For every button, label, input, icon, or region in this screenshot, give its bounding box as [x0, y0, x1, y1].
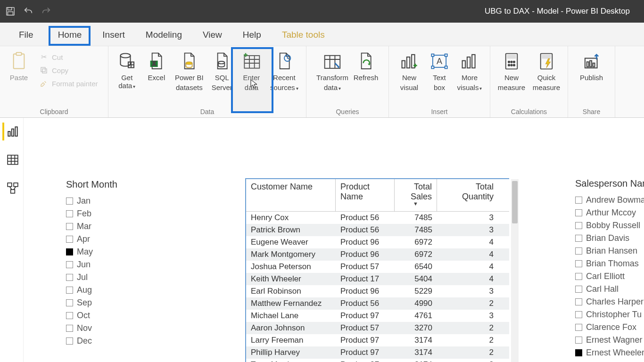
table-row[interactable]: Phillip HarveyProduct 9731742: [246, 346, 509, 359]
slicer-item[interactable]: Brian Thomas: [575, 257, 644, 270]
pbi-datasets-button[interactable]: Power BI datasets: [172, 49, 206, 94]
tab-home[interactable]: Home: [48, 25, 92, 46]
table-row[interactable]: Terry MorrisProduct 9731742: [246, 359, 509, 362]
column-header[interactable]: Customer Name: [246, 179, 336, 211]
checkbox-icon[interactable]: [575, 222, 582, 229]
checkbox-icon[interactable]: [66, 261, 73, 268]
slicer-item[interactable]: Arthur Mccoy: [575, 206, 644, 219]
salesperson-slicer[interactable]: Salesperson Nam Andrew BowmaArthur Mccoy…: [575, 178, 644, 362]
sql-server-button[interactable]: SQL Server: [208, 49, 236, 94]
table-row[interactable]: Larry FreemanProduct 9731742: [246, 334, 509, 346]
slicer-item[interactable]: Dec: [66, 335, 151, 347]
checkbox-icon[interactable]: [66, 197, 73, 205]
checkbox-icon[interactable]: [575, 235, 582, 242]
copy-button[interactable]: Copy: [38, 64, 99, 76]
slicer-item[interactable]: Jan: [66, 195, 151, 207]
transform-data-button[interactable]: Transform data▾: [315, 49, 350, 94]
recent-sources-button[interactable]: Recent sources▾: [267, 49, 301, 94]
file-tab[interactable]: File: [5, 25, 48, 46]
slicer-item[interactable]: Jun: [66, 258, 151, 271]
slicer-item[interactable]: Brian Davis: [575, 232, 644, 245]
slicer-item[interactable]: Apr: [66, 233, 151, 246]
table-row[interactable]: Earl RobinsonProduct 9652293: [246, 285, 509, 297]
data-view-button[interactable]: [2, 151, 21, 169]
slicer-item[interactable]: Sep: [66, 296, 151, 309]
tab-modeling[interactable]: Modeling: [135, 25, 192, 46]
new-measure-button[interactable]: New measure: [495, 49, 528, 94]
slicer-item[interactable]: May: [66, 246, 151, 258]
checkbox-icon[interactable]: [575, 311, 582, 318]
table-scrollbar[interactable]: [511, 179, 519, 362]
text-box-button[interactable]: A Text box: [425, 49, 454, 94]
slicer-item[interactable]: Eugene Holme: [575, 359, 644, 362]
checkbox-icon[interactable]: [575, 324, 582, 331]
table-row[interactable]: Henry CoxProduct 5674853: [246, 212, 509, 224]
checkbox-icon[interactable]: [575, 260, 582, 267]
report-view-button[interactable]: [2, 123, 21, 140]
slicer-item[interactable]: Nov: [66, 322, 151, 335]
checkbox-icon[interactable]: [575, 337, 582, 344]
slicer-item[interactable]: Charles Harper: [575, 296, 644, 308]
short-month-slicer[interactable]: Short Month JanFebMarAprMayJunJulAugSepO…: [66, 179, 151, 347]
quick-measure-button[interactable]: Quick measure: [530, 49, 563, 94]
slicer-item[interactable]: Feb: [66, 207, 151, 220]
slicer-item[interactable]: Ernest Wagner: [575, 334, 644, 346]
checkbox-icon[interactable]: [66, 236, 73, 243]
cut-button[interactable]: ✂ Cut: [38, 51, 99, 63]
checkbox-icon[interactable]: [66, 210, 73, 217]
table-row[interactable]: Matthew FernandezProduct 5649902: [246, 297, 509, 310]
column-header[interactable]: Total Sales▼: [395, 179, 437, 211]
checkbox-icon[interactable]: [575, 286, 582, 293]
checkbox-icon[interactable]: [66, 287, 73, 294]
tab-table-tools[interactable]: Table tools: [272, 25, 335, 46]
table-row[interactable]: Mark MontgomeryProduct 9669724: [246, 248, 509, 261]
checkbox-icon[interactable]: [575, 298, 582, 305]
save-icon[interactable]: [5, 6, 16, 17]
format-painter-button[interactable]: Format painter: [38, 77, 99, 90]
tab-view[interactable]: View: [192, 25, 232, 46]
tab-insert[interactable]: Insert: [92, 25, 135, 46]
table-row[interactable]: Keith WheelerProduct 1754044: [246, 273, 509, 285]
table-row[interactable]: Aaron JohnsonProduct 5732702: [246, 322, 509, 334]
checkbox-icon[interactable]: [66, 337, 73, 345]
checkbox-icon[interactable]: [66, 223, 73, 230]
publish-button[interactable]: Publish: [578, 49, 606, 83]
enter-data-button[interactable]: Enter data: [238, 49, 265, 94]
slicer-item[interactable]: Aug: [66, 284, 151, 296]
slicer-item[interactable]: Bobby Russell: [575, 219, 644, 232]
new-visual-button[interactable]: New visual: [395, 49, 423, 94]
slicer-item[interactable]: Mar: [66, 220, 151, 233]
checkbox-icon[interactable]: [66, 274, 73, 281]
get-data-button[interactable]: Get data▾: [113, 49, 141, 92]
sales-table-visual[interactable]: Customer NameProduct NameTotal Sales▼Tot…: [245, 178, 509, 362]
slicer-item[interactable]: Oct: [66, 309, 151, 322]
slicer-item[interactable]: Clarence Fox: [575, 321, 644, 334]
table-row[interactable]: Patrick BrownProduct 5674853: [246, 224, 509, 236]
checkbox-icon[interactable]: [575, 197, 582, 204]
slicer-item[interactable]: Brian Hansen: [575, 245, 644, 257]
slicer-item[interactable]: Carl Elliott: [575, 270, 644, 283]
checkbox-icon[interactable]: [575, 247, 582, 255]
column-header[interactable]: Product Name: [336, 179, 395, 211]
scroll-thumb[interactable]: [512, 181, 518, 223]
refresh-button[interactable]: Refresh: [352, 49, 380, 83]
checkbox-icon[interactable]: [575, 209, 582, 216]
more-visuals-button[interactable]: More visuals▾: [455, 49, 484, 94]
checkbox-icon[interactable]: [575, 273, 582, 280]
slicer-item[interactable]: Christopher Tu: [575, 308, 644, 321]
tab-help[interactable]: Help: [232, 25, 272, 46]
model-view-button[interactable]: [2, 179, 21, 197]
table-row[interactable]: Michael LaneProduct 9747613: [246, 310, 509, 322]
slicer-item[interactable]: Andrew Bowma: [575, 194, 644, 206]
checkbox-icon[interactable]: [575, 349, 582, 356]
undo-icon[interactable]: [23, 6, 34, 17]
paste-button[interactable]: Paste: [5, 49, 33, 83]
column-header[interactable]: Total Quantity: [437, 179, 498, 211]
slicer-item[interactable]: Carl Hall: [575, 283, 644, 296]
slicer-item[interactable]: Ernest Wheeler: [575, 346, 644, 359]
checkbox-icon[interactable]: [66, 312, 73, 319]
checkbox-icon[interactable]: [66, 299, 73, 306]
excel-button[interactable]: X Excel: [143, 49, 171, 83]
table-row[interactable]: Joshua PetersonProduct 5765404: [246, 261, 509, 273]
slicer-item[interactable]: Jul: [66, 271, 151, 284]
